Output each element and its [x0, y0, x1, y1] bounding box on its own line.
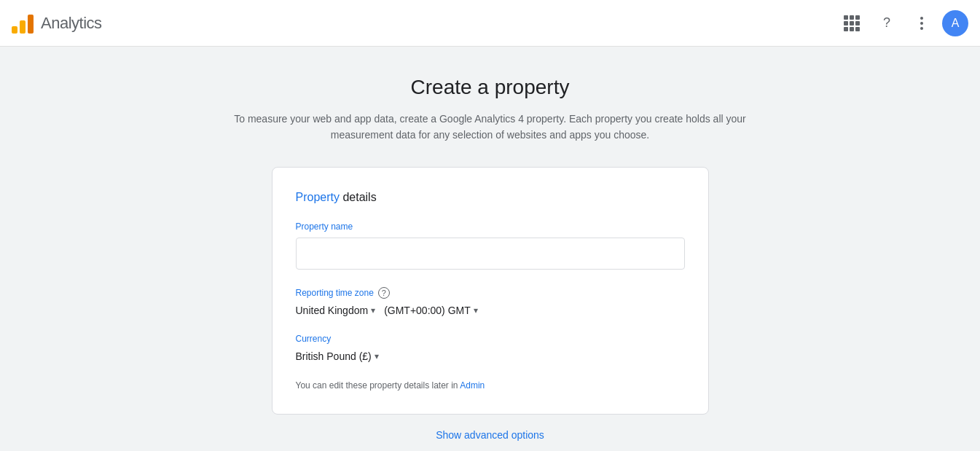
property-name-group: Property name [296, 221, 685, 270]
property-details-card: Property details Property name Reporting… [272, 167, 709, 415]
main-content: Create a property To measure your web an… [0, 47, 980, 451]
more-options-button[interactable] [907, 9, 936, 38]
timezone-label-row: Reporting time zone ? [296, 287, 685, 299]
timezone-select[interactable]: (GMT+00:00) GMT ▾ [384, 305, 478, 316]
timezone-label-text: Reporting time zone [296, 288, 374, 298]
property-name-label: Property name [296, 221, 685, 232]
admin-link[interactable]: Admin [460, 380, 485, 391]
help-question-mark: ? [382, 289, 386, 297]
currency-select-value: British Pound (£) [296, 350, 375, 362]
help-button[interactable]: ? [872, 9, 901, 38]
edit-note-text: You can edit these property details late… [296, 380, 460, 391]
apps-icon [844, 15, 860, 31]
page-description: To measure your web and app data, create… [213, 111, 767, 144]
app-title: Analytics [41, 14, 102, 33]
timezone-chevron-icon: ▾ [474, 305, 478, 315]
card-title-property: Property [296, 191, 340, 203]
currency-group: Currency British Pound (£) ▾ [296, 334, 685, 363]
currency-chevron-icon: ▾ [375, 351, 379, 361]
country-select[interactable]: United Kingdom ▾ [296, 305, 376, 316]
logo-bar-3 [28, 15, 34, 34]
timezone-select-value: (GMT+00:00) GMT [384, 305, 474, 316]
timezone-help-icon[interactable]: ? [378, 287, 390, 299]
more-vert-icon [920, 17, 923, 30]
apps-button[interactable] [837, 9, 866, 38]
help-icon: ? [883, 15, 890, 31]
currency-label: Currency [296, 334, 685, 344]
property-name-input[interactable] [296, 238, 685, 270]
timezone-row: United Kingdom ▾ (GMT+00:00) GMT ▾ [296, 305, 685, 316]
app-header: Analytics ? A [0, 0, 980, 47]
header-left: Analytics [12, 13, 102, 34]
page-title: Create a property [411, 76, 570, 99]
edit-note: You can edit these property details late… [296, 380, 685, 391]
reporting-timezone-group: Reporting time zone ? United Kingdom ▾ (… [296, 287, 685, 316]
show-advanced-button[interactable]: Show advanced options [436, 426, 544, 444]
country-chevron-icon: ▾ [371, 305, 375, 315]
analytics-logo [12, 13, 34, 34]
logo-bar-1 [12, 26, 17, 34]
card-title: Property details [296, 191, 685, 204]
logo-bar-2 [20, 20, 26, 34]
country-select-value: United Kingdom [296, 305, 372, 316]
avatar[interactable]: A [942, 10, 968, 36]
header-right: ? A [837, 9, 968, 38]
card-title-details: details [340, 191, 377, 203]
currency-select[interactable]: British Pound (£) ▾ [296, 350, 379, 362]
